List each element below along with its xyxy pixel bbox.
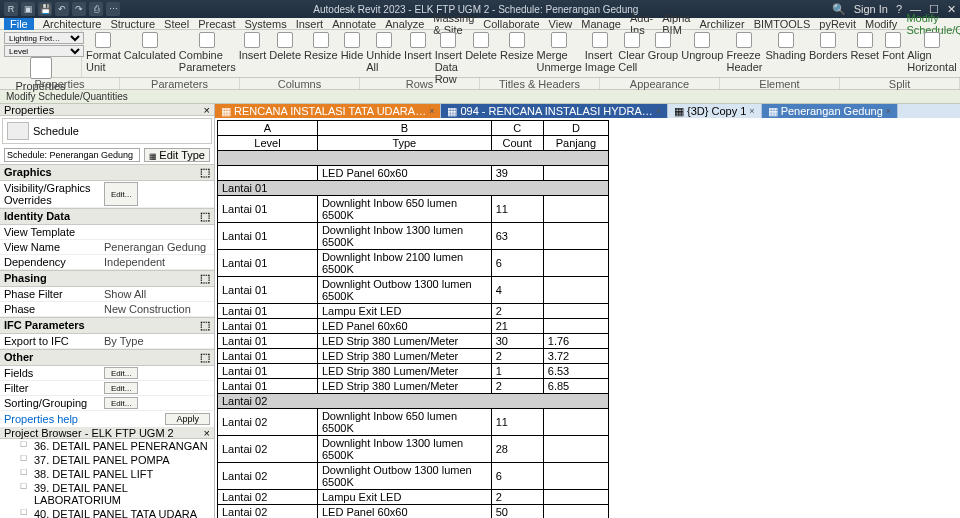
ribbon-button[interactable]: Combine Parameters — [179, 32, 236, 73]
table-cell[interactable]: 2 — [491, 304, 543, 319]
table-row[interactable]: Lantai 02Lampu Exit LED2 — [218, 490, 609, 505]
ribbon-button[interactable]: Format Unit — [86, 32, 121, 73]
property-row[interactable]: FilterEdit... — [0, 381, 214, 396]
table-cell[interactable] — [543, 223, 608, 250]
ribbon-tab[interactable]: Analyze — [385, 18, 424, 30]
table-row[interactable]: Lantai 01Downlight Inbow 2100 lumen 6500… — [218, 250, 609, 277]
table-cell[interactable]: LED Panel 60x60 — [317, 166, 491, 181]
table-cell[interactable]: LED Panel 60x60 — [317, 505, 491, 519]
ribbon-tab[interactable]: Archilizer — [699, 18, 744, 30]
table-cell[interactable] — [218, 166, 318, 181]
table-cell[interactable]: 2 — [491, 379, 543, 394]
properties-close-icon[interactable]: × — [204, 104, 214, 115]
element-type-selector[interactable]: Schedule — [2, 118, 212, 144]
table-cell[interactable] — [543, 304, 608, 319]
table-cell[interactable]: 2 — [491, 349, 543, 364]
table-row[interactable]: Lantai 01Downlight Inbow 1300 lumen 6500… — [218, 223, 609, 250]
schedule-table[interactable]: ABCD LevelTypeCountPanjang LED Panel 60x… — [217, 120, 609, 518]
table-cell[interactable]: Downlight Inbow 650 lumen 6500K — [317, 409, 491, 436]
table-row[interactable]: Lantai 01Downlight Outbow 1300 lumen 650… — [218, 277, 609, 304]
qat-open-icon[interactable]: ▣ — [21, 2, 35, 16]
tab-close-icon[interactable]: × — [749, 106, 754, 116]
property-edit-button[interactable]: Edit... — [104, 382, 138, 394]
table-cell[interactable]: 3.72 — [543, 349, 608, 364]
table-cell[interactable] — [543, 250, 608, 277]
table-cell[interactable]: 39 — [491, 166, 543, 181]
view-tab[interactable]: ▦094 - RENCANA INSTALASI HYDRA…× — [441, 104, 668, 118]
property-category[interactable]: Graphics⬚ — [0, 164, 214, 181]
property-row[interactable]: Visibility/Graphics OverridesEdit... — [0, 181, 214, 208]
property-row[interactable]: DependencyIndependent — [0, 255, 214, 270]
table-cell[interactable] — [543, 436, 608, 463]
column-letter[interactable]: B — [317, 121, 491, 136]
column-header[interactable]: Type — [317, 136, 491, 151]
table-cell[interactable]: Lantai 01 — [218, 250, 318, 277]
table-cell[interactable]: Downlight Inbow 1300 lumen 6500K — [317, 223, 491, 250]
table-cell[interactable]: 6.53 — [543, 364, 608, 379]
column-letter[interactable]: A — [218, 121, 318, 136]
browser-node[interactable]: 40. DETAIL PANEL TATA UDARA — [0, 507, 214, 518]
table-cell[interactable]: LED Strip 380 Lumen/Meter — [317, 379, 491, 394]
table-cell[interactable]: 50 — [491, 505, 543, 519]
table-cell[interactable]: Lantai 02 — [218, 409, 318, 436]
property-category[interactable]: Phasing⬚ — [0, 270, 214, 287]
properties-help-link[interactable]: Properties help — [4, 413, 78, 425]
tab-close-icon[interactable]: × — [886, 106, 891, 116]
table-cell[interactable] — [543, 196, 608, 223]
table-cell[interactable] — [543, 463, 608, 490]
qat-print-icon[interactable]: ⎙ — [89, 2, 103, 16]
table-cell[interactable]: 63 — [491, 223, 543, 250]
table-cell[interactable]: Lantai 01 — [218, 196, 318, 223]
property-row[interactable]: Export to IFCBy Type — [0, 334, 214, 349]
group-row[interactable]: Lantai 02 — [218, 394, 609, 409]
property-edit-button[interactable]: Edit... — [104, 367, 138, 379]
ribbon-tab[interactable]: pyRevit — [819, 18, 856, 30]
level-dropdown[interactable]: Level — [4, 45, 84, 57]
property-row[interactable]: View Template — [0, 225, 214, 240]
table-row[interactable]: LED Panel 60x6039 — [218, 166, 609, 181]
table-cell[interactable]: 11 — [491, 409, 543, 436]
sign-in-link[interactable]: Sign In — [854, 3, 888, 15]
ribbon-button[interactable]: Insert — [404, 32, 432, 61]
schedule-view[interactable]: ABCD LevelTypeCountPanjang LED Panel 60x… — [215, 118, 960, 518]
table-cell[interactable]: Downlight Inbow 1300 lumen 6500K — [317, 436, 491, 463]
column-letter[interactable]: D — [543, 121, 608, 136]
table-cell[interactable] — [543, 166, 608, 181]
table-row[interactable]: Lantai 02LED Panel 60x6050 — [218, 505, 609, 519]
ribbon-tab[interactable]: Modify — [865, 18, 897, 30]
column-header[interactable]: Level — [218, 136, 318, 151]
ribbon-button[interactable]: Align Horizontal — [907, 32, 957, 73]
schedule-name-input[interactable] — [4, 148, 140, 162]
browser-close-icon[interactable]: × — [204, 427, 214, 438]
table-cell[interactable]: 6 — [491, 250, 543, 277]
property-edit-button[interactable]: Edit... — [104, 397, 138, 409]
browser-node[interactable]: 38. DETAIL PANEL LIFT — [0, 467, 214, 481]
table-cell[interactable]: 6 — [491, 463, 543, 490]
table-row[interactable]: Lantai 01Lampu Exit LED2 — [218, 304, 609, 319]
view-tab[interactable]: ▦{3D} Copy 1× — [668, 104, 762, 118]
table-cell[interactable]: Lantai 01 — [218, 364, 318, 379]
table-cell[interactable]: 1 — [491, 364, 543, 379]
table-cell[interactable]: 6.85 — [543, 379, 608, 394]
table-cell[interactable]: 30 — [491, 334, 543, 349]
table-cell[interactable]: Lantai 01 — [218, 277, 318, 304]
table-cell[interactable] — [543, 277, 608, 304]
edit-type-button[interactable]: ▦ Edit Type — [144, 148, 210, 162]
search-icon[interactable]: 🔍 — [832, 3, 846, 16]
ribbon-tab[interactable]: Collaborate — [483, 18, 539, 30]
table-row[interactable]: Lantai 02Downlight Inbow 650 lumen 6500K… — [218, 409, 609, 436]
property-row[interactable]: PhaseNew Construction — [0, 302, 214, 317]
table-cell[interactable]: 11 — [491, 196, 543, 223]
table-cell[interactable]: LED Panel 60x60 — [317, 319, 491, 334]
group-row[interactable] — [218, 151, 609, 166]
table-row[interactable]: Lantai 01LED Strip 380 Lumen/Meter16.53 — [218, 364, 609, 379]
table-cell[interactable]: Downlight Inbow 650 lumen 6500K — [317, 196, 491, 223]
table-row[interactable]: Lantai 01Downlight Inbow 650 lumen 6500K… — [218, 196, 609, 223]
table-cell[interactable] — [543, 505, 608, 519]
table-cell[interactable]: LED Strip 380 Lumen/Meter — [317, 334, 491, 349]
ribbon-button[interactable]: Resize — [304, 32, 338, 61]
ribbon-button[interactable]: Group — [648, 32, 679, 61]
table-cell[interactable]: Lantai 02 — [218, 505, 318, 519]
table-row[interactable]: Lantai 01LED Panel 60x6021 — [218, 319, 609, 334]
column-header[interactable]: Count — [491, 136, 543, 151]
